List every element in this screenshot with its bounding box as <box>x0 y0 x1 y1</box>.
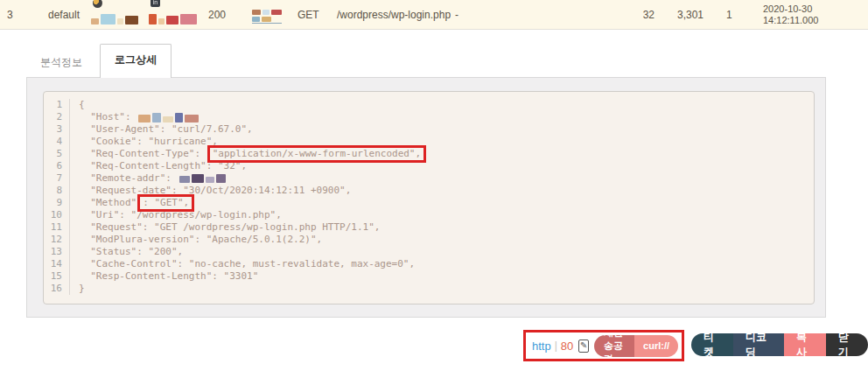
raw-log-code-viewer[interactable]: 1{2 "Host": 3 "User-Agent": "curl/7.67.0… <box>43 91 815 304</box>
code-text: "Host": <box>79 111 136 123</box>
line-number: 8 <box>44 185 70 197</box>
redacted-block <box>163 116 173 122</box>
row-req-length: 32 <box>628 0 654 30</box>
code-line: 15 "Resp-Content-Length": "3301" <box>44 270 814 283</box>
row-profile: default <box>48 0 80 30</box>
row-source-ip-redacted <box>91 0 138 30</box>
redacted-block <box>149 14 157 24</box>
source-country-flag-icon <box>93 0 102 8</box>
action-button-디코딩[interactable]: 디코딩 <box>733 333 784 356</box>
log-table-row[interactable]: 3 default in 200 GET /wordpress/wp-login… <box>0 0 868 30</box>
code-text: "Remote-addr": <box>79 172 178 185</box>
line-number: 14 <box>44 258 70 270</box>
redacted-block <box>262 17 271 22</box>
redacted-block <box>271 10 282 15</box>
edit-pencil-icon[interactable]: ✎ <box>578 340 589 353</box>
line-content: "User-Agent": "curl/7.67.0", <box>70 123 253 136</box>
code-text: "User-Agent": "curl/7.67.0", <box>79 123 253 136</box>
row-detection-redacted <box>252 0 282 30</box>
redacted-block <box>179 176 190 183</box>
redacted-block <box>152 113 161 122</box>
line-content: "Host": <box>70 111 199 123</box>
line-content: "Status": "200", <box>70 246 183 258</box>
line-number: 16 <box>44 283 70 295</box>
page: 3 default in 200 GET /wordpress/wp-login… <box>0 0 868 378</box>
resend-attack-button[interactable]: 재전송공격 <box>594 335 634 357</box>
row-dest-ip-redacted: in <box>149 0 197 30</box>
redacted-value <box>138 113 199 122</box>
line-number: 12 <box>44 234 70 246</box>
action-button-group: 티켓디코딩복사닫기 <box>691 333 868 356</box>
code-text: "Req-Content-Type": <box>79 148 206 160</box>
redacted-block <box>101 14 116 24</box>
code-text: "Cache-Control": "no-cache, must-revalid… <box>79 258 415 270</box>
redacted-block <box>166 16 178 24</box>
line-number: 6 <box>44 160 70 172</box>
code-text: "ModPlura-version": "Apache/5.0.1(2.2)", <box>79 234 322 246</box>
timestamp-date: 2020-10-30 <box>763 4 812 15</box>
action-button-복사[interactable]: 복사 <box>784 333 826 356</box>
row-method: GET <box>298 0 319 30</box>
redacted-block <box>91 18 99 24</box>
line-number: 1 <box>44 99 70 111</box>
timestamp-time: 14:12:11.000 <box>763 15 818 26</box>
code-line: 3 "User-Agent": "curl/7.67.0", <box>44 123 814 136</box>
line-number: 13 <box>44 246 70 258</box>
curl-button[interactable]: curl:// <box>634 335 678 357</box>
code-line: 6 "Req-Content-Length": "32", <box>44 160 814 172</box>
red-highlight-annotation: "application/x-www-form-urlencoded", <box>207 145 426 163</box>
line-content: "Cache-Control": "no-cache, must-revalid… <box>70 258 415 270</box>
code-line: 9 "Method": "GET", <box>44 197 814 209</box>
code-line: 5 "Req-Content-Type": "application/x-www… <box>44 148 814 160</box>
redacted-value <box>179 174 226 183</box>
code-line: 14 "Cache-Control": "no-cache, must-reva… <box>44 258 814 270</box>
line-number: 3 <box>44 123 70 136</box>
code-line: 2 "Host": <box>44 111 814 123</box>
line-content: "Request": "GET /wordpress/wp-login.php … <box>70 221 380 234</box>
code-line: 16} <box>44 283 814 295</box>
line-content: "ModPlura-version": "Apache/5.0.1(2.2)", <box>70 234 322 246</box>
line-content: { <box>70 99 85 111</box>
tab-analysis-info[interactable]: 분석정보 <box>26 47 96 78</box>
code-text: "Request": "GET /wordpress/wp-login.php … <box>79 221 380 234</box>
row-referer: - <box>455 0 458 30</box>
code-text: "Resp-Content-Length": "3301" <box>79 270 258 283</box>
redacted-block <box>206 177 214 183</box>
redacted-block <box>252 10 261 15</box>
line-number: 7 <box>44 172 70 185</box>
action-button-티켓[interactable]: 티켓 <box>691 333 733 356</box>
row-status-code: 200 <box>208 0 226 30</box>
redacted-block <box>192 174 204 183</box>
row-index: 3 <box>7 0 13 30</box>
code-line: 7 "Remote-addr": <box>44 172 814 185</box>
code-line: 1{ <box>44 99 814 111</box>
line-number: 2 <box>44 111 70 123</box>
redacted-block <box>185 115 199 122</box>
resend-attack-control: 재전송공격 curl:// <box>594 335 678 357</box>
line-content: "Remote-addr": <box>70 172 226 185</box>
protocol-link[interactable]: http <box>532 340 551 353</box>
line-content: "Resp-Content-Length": "3301" <box>70 270 258 283</box>
dest-country-badge-icon: in <box>150 0 160 7</box>
redacted-block <box>158 18 164 24</box>
protocol-port-separator: | <box>555 340 557 352</box>
redacted-block <box>138 115 150 122</box>
log-detail-panel: 1{2 "Host": 3 "User-Agent": "curl/7.67.0… <box>26 77 826 318</box>
redacted-block <box>216 174 226 183</box>
code-text: { <box>79 99 85 111</box>
tab-log-detail[interactable]: 로그상세 <box>100 44 172 78</box>
code-line: 12 "ModPlura-version": "Apache/5.0.1(2.2… <box>44 234 814 246</box>
redacted-block <box>180 14 197 24</box>
resend-attack-annotation-box: http | 80 ✎ 재전송공격 curl:// <box>523 330 684 361</box>
line-content: } <box>70 283 85 295</box>
line-number: 11 <box>44 221 70 234</box>
action-bar: http | 80 ✎ 재전송공격 curl:// 티켓디코딩복사닫기 <box>0 330 868 361</box>
action-button-닫기[interactable]: 닫기 <box>826 333 868 356</box>
redacted-block <box>117 18 123 24</box>
redacted-block <box>252 17 260 22</box>
line-number: 15 <box>44 270 70 283</box>
line-number: 5 <box>44 148 70 160</box>
code-line: 11 "Request": "GET /wordpress/wp-login.p… <box>44 221 814 234</box>
line-number: 10 <box>44 209 70 221</box>
row-timestamp: 2020-10-30 14:12:11.000 <box>763 0 818 30</box>
